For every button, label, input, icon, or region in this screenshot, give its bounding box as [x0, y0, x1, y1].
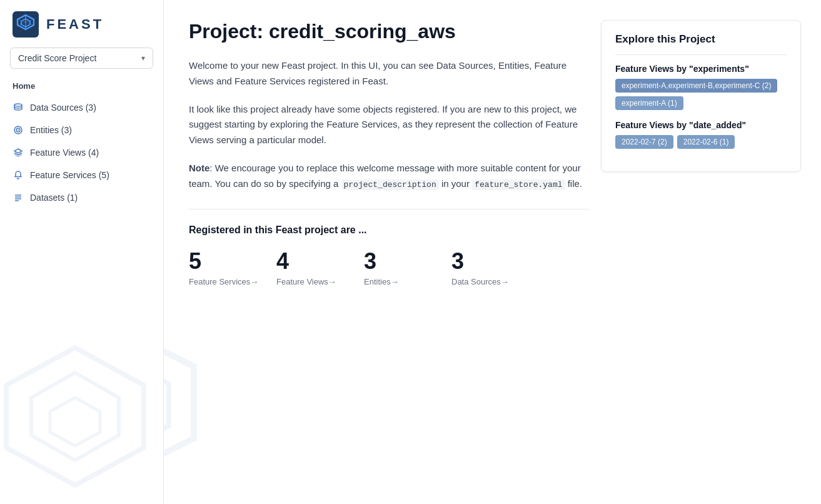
svg-marker-10 [14, 149, 22, 153]
suggest-paragraph: It look like this project already have s… [189, 102, 589, 148]
note-code2: feature_store.yaml [472, 179, 565, 190]
explore-group-date-added-title: Feature Views by "date_added" [615, 120, 787, 130]
page-title-name: credit_scoring_aws [269, 20, 456, 43]
stat-data-sources-label: Data Sources→ [451, 277, 539, 286]
sidebar-item-data-sources[interactable]: Data Sources (3) [6, 97, 157, 118]
sidebar: FEAST Credit Score Project ▾ Home Data S… [0, 0, 164, 504]
sidebar-item-datasets[interactable]: Datasets (1) [6, 187, 157, 208]
stats-row: 5 Feature Services→ 4 Feature Views→ 3 E… [189, 248, 796, 286]
sidebar-item-feature-views[interactable]: Feature Views (4) [6, 142, 157, 163]
note-code1: project_description [341, 179, 439, 190]
main-content: Project: credit_scoring_aws Welcome to y… [164, 0, 821, 504]
sidebar-nav: Data Sources (3) Entities (3) Featur [0, 97, 163, 208]
svg-point-6 [14, 104, 22, 106]
stat-feature-services-number: 5 [189, 248, 276, 275]
stat-entities-label: Entities→ [364, 277, 451, 286]
stat-entities-number: 3 [364, 248, 451, 275]
stat-feature-views-number: 4 [276, 248, 364, 275]
target-icon [13, 124, 24, 136]
explore-tag-experiment-a[interactable]: experiment-A (1) [615, 96, 683, 110]
explore-group-experiments: Feature Views by "experiments" experimen… [615, 64, 787, 110]
registered-heading: Registered in this Feast project are ... [189, 224, 796, 236]
stat-data-sources[interactable]: 3 Data Sources→ [451, 248, 539, 286]
note-end: file. [565, 178, 583, 189]
explore-tags-experiments: experiment-A,experiment-B,experiment-C (… [615, 79, 787, 110]
sidebar-item-feature-views-label: Feature Views (4) [30, 148, 99, 158]
list-icon [13, 192, 24, 203]
explore-tag-date-1[interactable]: 2022-02-7 (2) [615, 135, 673, 149]
explore-group-date-added: Feature Views by "date_added" 2022-02-7 … [615, 120, 787, 149]
logo-text: FEAST [46, 16, 104, 33]
database-icon [13, 102, 24, 113]
stat-feature-services-label: Feature Services→ [189, 277, 276, 286]
chevron-down-icon: ▾ [141, 54, 145, 63]
stat-data-sources-number: 3 [451, 248, 539, 275]
explore-group-experiments-title: Feature Views by "experiments" [615, 64, 787, 74]
sidebar-item-entities[interactable]: Entities (3) [6, 119, 157, 141]
layers-icon [13, 147, 24, 158]
sidebar-item-datasets-label: Datasets (1) [30, 193, 78, 203]
explore-tag-date-2[interactable]: 2022-02-6 (1) [677, 135, 735, 149]
sidebar-watermark [0, 335, 164, 504]
intro-paragraph: Welcome to your new Feast project. In th… [189, 58, 589, 89]
page-title-prefix: Project: [189, 20, 269, 43]
project-selector[interactable]: Credit Score Project ▾ [10, 48, 153, 69]
note-paragraph: Note: We encourage you to replace this w… [189, 161, 589, 192]
svg-marker-17 [50, 398, 100, 446]
sidebar-item-feature-services[interactable]: Feature Services (5) [6, 164, 157, 186]
sidebar-item-entities-label: Entities (3) [30, 125, 72, 135]
note-bold: Note [189, 163, 209, 173]
explore-tags-date-added: 2022-02-7 (2) 2022-02-6 (1) [615, 135, 787, 149]
explore-panel-title: Explore this Project [615, 33, 787, 55]
stat-entities[interactable]: 3 Entities→ [364, 248, 451, 286]
sidebar-item-data-sources-label: Data Sources (3) [30, 103, 96, 113]
stat-feature-views-label: Feature Views→ [276, 277, 364, 286]
stat-feature-views[interactable]: 4 Feature Views→ [276, 248, 364, 286]
stat-feature-services[interactable]: 5 Feature Services→ [189, 248, 276, 286]
note-mid: in your [439, 178, 472, 189]
logo-container: FEAST [0, 0, 163, 48]
explore-panel: Explore this Project Feature Views by "e… [601, 20, 801, 172]
home-label: Home [0, 81, 163, 97]
svg-marker-15 [6, 348, 144, 485]
bell-icon [13, 169, 24, 181]
svg-marker-16 [31, 373, 119, 460]
explore-tag-experiments-all[interactable]: experiment-A,experiment-B,experiment-C (… [615, 79, 777, 93]
svg-point-9 [18, 129, 19, 131]
project-selector-label: Credit Score Project [18, 53, 96, 63]
sidebar-item-feature-services-label: Feature Services (5) [30, 170, 109, 180]
divider [189, 209, 589, 209]
feast-logo-icon [13, 11, 39, 38]
